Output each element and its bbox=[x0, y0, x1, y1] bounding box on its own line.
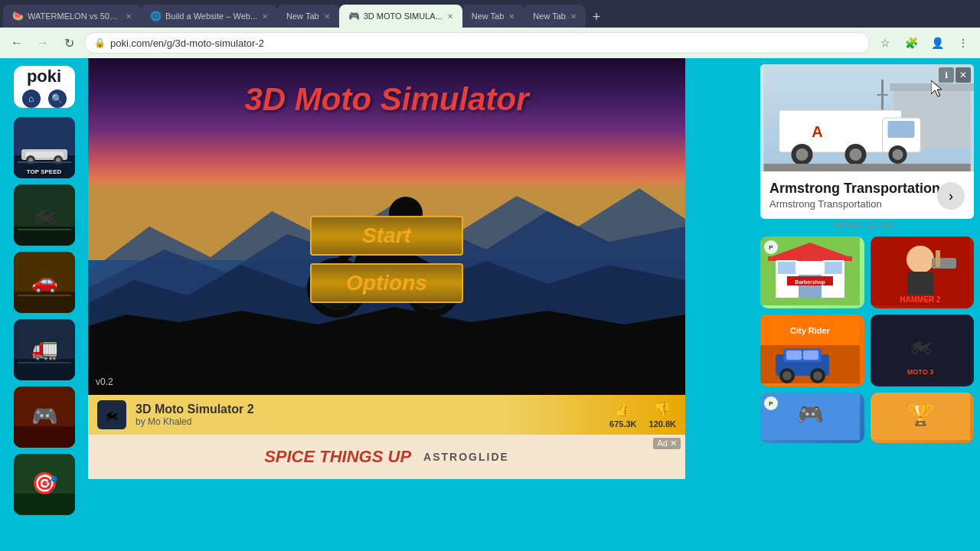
sidebar-game-5[interactable]: 🎮 bbox=[14, 386, 75, 448]
svg-text:🏆: 🏆 bbox=[906, 402, 933, 427]
svg-rect-71 bbox=[824, 261, 843, 275]
tab-favicon: 🌐 bbox=[150, 11, 161, 21]
svg-rect-22 bbox=[14, 426, 75, 448]
sidebar-game-crash-car[interactable]: 🚗 bbox=[14, 252, 75, 313]
tab-title: New Tab bbox=[286, 11, 319, 21]
close-tab-btn[interactable]: ✕ bbox=[324, 12, 330, 21]
poki-logo-text: poki bbox=[27, 67, 61, 86]
game-name-info: 3D Moto Simulator 2 by Mo Khaled bbox=[136, 403, 600, 427]
tab-bar: 🍉 WATERMELON vs 500 ... ✕ 🌐 Build a Webs… bbox=[0, 0, 980, 28]
dislike-count: 120.8K bbox=[649, 419, 676, 429]
options-button[interactable]: Options bbox=[310, 263, 463, 303]
ad-arrow-button[interactable]: › bbox=[937, 182, 965, 210]
svg-rect-84 bbox=[786, 350, 802, 360]
tab-new-3[interactable]: New Tab ✕ bbox=[524, 5, 586, 28]
svg-text:MOTO 3: MOTO 3 bbox=[906, 368, 933, 376]
close-tab-btn[interactable]: ✕ bbox=[447, 12, 453, 21]
ad-wrapper: ℹ ✕ bbox=[760, 64, 974, 230]
tab-favicon: 🍉 bbox=[12, 11, 23, 21]
menu-button[interactable]: ⋮ bbox=[952, 32, 974, 54]
svg-text:HAMMER 2: HAMMER 2 bbox=[900, 295, 941, 304]
close-tab-btn[interactable]: ✕ bbox=[508, 12, 514, 21]
reload-button[interactable]: ↻ bbox=[58, 32, 80, 54]
game-card-hammer[interactable]: HAMMER 2 bbox=[871, 236, 975, 308]
back-button[interactable]: ← bbox=[6, 32, 28, 54]
game-thumbnail-small: 🏍 bbox=[97, 400, 126, 429]
svg-rect-78 bbox=[936, 250, 940, 267]
thumbs-up-icon: 👍 bbox=[615, 401, 632, 418]
close-tab-btn[interactable]: ✕ bbox=[126, 12, 132, 21]
bottom-ad-text: SPICE THINGS UP bbox=[264, 447, 411, 467]
svg-text:🚗: 🚗 bbox=[31, 269, 57, 294]
tab-new-2[interactable]: New Tab ✕ bbox=[462, 5, 524, 28]
url-text: poki.com/en/g/3d-moto-simulator-2 bbox=[110, 37, 264, 49]
profile-button[interactable]: 👤 bbox=[926, 32, 948, 54]
sidebar-game-moto-bike[interactable]: 🏍 bbox=[14, 184, 75, 246]
game-card-barbershop[interactable]: P Barbershop bbox=[760, 236, 864, 308]
home-icon[interactable]: ⌂ bbox=[22, 90, 41, 108]
sidebar-game-tow-truck[interactable]: 🚛 bbox=[14, 319, 75, 380]
svg-rect-12 bbox=[18, 229, 71, 230]
address-bar[interactable]: 🔒 poki.com/en/g/3d-moto-simulator-2 bbox=[84, 32, 870, 54]
browser-chrome: 🍉 WATERMELON vs 500 ... ✕ 🌐 Build a Webs… bbox=[0, 0, 980, 58]
ad-close-button[interactable]: Ad ✕ bbox=[653, 438, 681, 449]
game-title: 3D Moto Simulator bbox=[88, 81, 685, 118]
bookmark-button[interactable]: ☆ bbox=[874, 32, 896, 54]
dislike-button[interactable]: 👎 120.8K bbox=[649, 401, 676, 429]
svg-point-75 bbox=[906, 246, 934, 273]
vote-section: 👍 675.3K 👎 120.8K bbox=[609, 401, 676, 429]
game-card-bottom-1[interactable]: P 🎮 bbox=[760, 393, 864, 443]
like-count: 675.3K bbox=[609, 419, 636, 429]
tab-title: Build a Website – Web... bbox=[165, 11, 257, 21]
tab-title: WATERMELON vs 500 ... bbox=[28, 11, 121, 21]
content-area: poki ⌂ 🔍 TOP SPEED bbox=[0, 58, 980, 551]
bottom-games-row: P 🎮 🏆 bbox=[760, 393, 974, 443]
game-card-moto3[interactable]: 🏍 MOTO 3 bbox=[871, 315, 975, 386]
tab-title: New Tab bbox=[472, 11, 505, 21]
svg-text:🎮: 🎮 bbox=[31, 403, 57, 429]
start-button[interactable]: Start bbox=[310, 216, 463, 256]
svg-point-59 bbox=[796, 148, 808, 161]
svg-rect-51 bbox=[890, 83, 975, 91]
poki-logo[interactable]: poki ⌂ 🔍 bbox=[14, 66, 75, 108]
tab-build-website[interactable]: 🌐 Build a Website – Web... ✕ bbox=[141, 5, 277, 28]
version-label: v0.2 bbox=[96, 377, 113, 387]
like-button[interactable]: 👍 675.3K bbox=[609, 401, 636, 429]
ad-content: Armstrong Transportation Armstrong Trans… bbox=[760, 171, 974, 219]
right-games-grid: P Barbershop bbox=[760, 236, 974, 386]
game-menu: Start Options bbox=[310, 216, 463, 303]
close-tab-btn[interactable]: ✕ bbox=[262, 12, 268, 21]
lock-icon: 🔒 bbox=[94, 37, 106, 48]
extensions-button[interactable]: 🧩 bbox=[900, 32, 922, 54]
svg-text:🎮: 🎮 bbox=[797, 402, 824, 427]
svg-rect-25 bbox=[14, 494, 75, 515]
tab-title: 3D MOTO SIMULA... bbox=[364, 11, 443, 21]
close-tab-btn[interactable]: ✕ bbox=[570, 12, 577, 21]
new-tab-button[interactable]: + bbox=[586, 6, 607, 28]
ad-title: Armstrong Transportation bbox=[769, 181, 965, 197]
sidebar-game-6[interactable]: 🎯 bbox=[14, 454, 75, 515]
svg-rect-64 bbox=[764, 164, 971, 171]
game-author: by Mo Khaled bbox=[136, 416, 600, 427]
sidebar-game-top-speed[interactable]: TOP SPEED bbox=[14, 117, 75, 178]
game-card-bottom-2[interactable]: 🏆 bbox=[871, 393, 975, 443]
tab-new-1[interactable]: New Tab ✕ bbox=[277, 5, 339, 28]
ad-close-btn[interactable]: ✕ bbox=[956, 67, 971, 83]
svg-text:🏍: 🏍 bbox=[105, 407, 119, 422]
game-card-city-rider[interactable]: City Rider bbox=[760, 315, 864, 386]
forward-button[interactable]: → bbox=[32, 32, 54, 54]
search-icon[interactable]: 🔍 bbox=[48, 90, 67, 108]
svg-text:🎯: 🎯 bbox=[31, 471, 57, 496]
ad-info-button[interactable]: ℹ bbox=[939, 67, 954, 83]
svg-rect-16 bbox=[18, 295, 71, 296]
svg-text:A: A bbox=[812, 123, 822, 140]
tab-3d-moto[interactable]: 🎮 3D MOTO SIMULA... ✕ bbox=[339, 5, 462, 28]
game-canvas[interactable]: 3D Moto Simulator Start Options v0.2 bbox=[88, 58, 685, 395]
svg-rect-8 bbox=[18, 161, 71, 163]
tab-watermelon[interactable]: 🍉 WATERMELON vs 500 ... ✕ bbox=[3, 5, 141, 28]
svg-text:City Rider: City Rider bbox=[790, 326, 831, 335]
tab-title: New Tab bbox=[533, 11, 566, 21]
svg-point-61 bbox=[850, 148, 862, 161]
svg-point-89 bbox=[813, 371, 822, 380]
bottom-ad-content: SPICE THINGS UP ASTROGLIDE bbox=[103, 447, 670, 467]
